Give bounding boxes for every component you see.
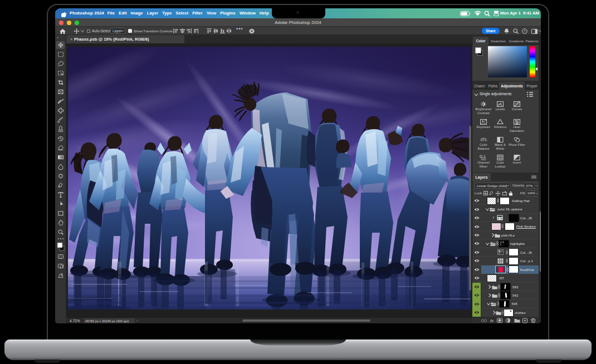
svg-text:fx: fx — [490, 318, 494, 323]
svg-text:?: ? — [524, 29, 526, 33]
